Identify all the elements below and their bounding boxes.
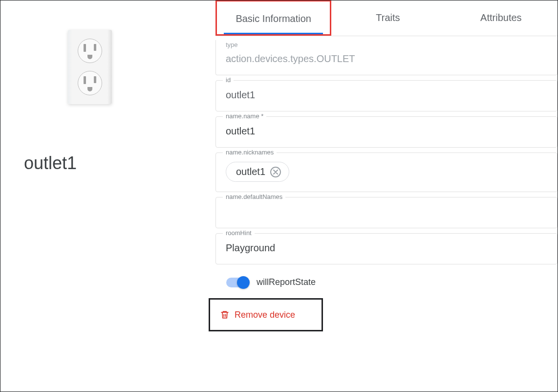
- will-report-state-toggle[interactable]: [226, 278, 249, 287]
- field-type[interactable]: type action.devices.types.OUTLET: [215, 40, 558, 75]
- field-label: name.defaultNames: [223, 193, 285, 200]
- remove-device-button[interactable]: Remove device: [209, 298, 323, 331]
- field-value: outlet1: [226, 89, 547, 101]
- nickname-chip[interactable]: outlet1: [226, 162, 289, 182]
- tab-traits[interactable]: Traits: [331, 0, 444, 36]
- remove-device-label: Remove device: [235, 310, 295, 320]
- device-title: outlet1: [24, 153, 192, 174]
- field-value: [226, 206, 547, 218]
- toggle-label: willReportState: [257, 277, 316, 287]
- field-label: roomHint: [223, 229, 255, 237]
- field-default-names[interactable]: name.defaultNames: [215, 197, 558, 228]
- main-panel: Basic Information Traits Attributes type…: [215, 0, 558, 392]
- field-nicknames[interactable]: name.nicknames outlet1: [215, 152, 558, 192]
- field-label: type: [226, 41, 547, 48]
- field-value: action.devices.types.OUTLET: [226, 53, 547, 65]
- field-value: outlet1: [226, 126, 547, 137]
- will-report-state-row: willReportState: [226, 277, 558, 287]
- device-image-outlet: [68, 30, 112, 104]
- chip-text: outlet1: [236, 166, 265, 177]
- trash-icon: [220, 309, 230, 320]
- tab-attributes[interactable]: Attributes: [445, 0, 558, 36]
- field-value: Playground: [226, 242, 547, 254]
- close-icon[interactable]: [270, 167, 281, 177]
- device-sidebar: outlet1: [0, 0, 215, 392]
- field-label: id: [223, 76, 234, 84]
- field-label: name.name *: [223, 112, 266, 120]
- field-name[interactable]: name.name * outlet1: [215, 116, 558, 148]
- form-area: type action.devices.types.OUTLET id outl…: [215, 36, 558, 346]
- tab-basic-information[interactable]: Basic Information: [215, 0, 331, 36]
- field-room-hint[interactable]: roomHint Playground: [215, 233, 558, 264]
- field-id[interactable]: id outlet1: [215, 80, 558, 111]
- tabs: Basic Information Traits Attributes: [215, 0, 558, 36]
- field-label: name.nicknames: [223, 149, 277, 156]
